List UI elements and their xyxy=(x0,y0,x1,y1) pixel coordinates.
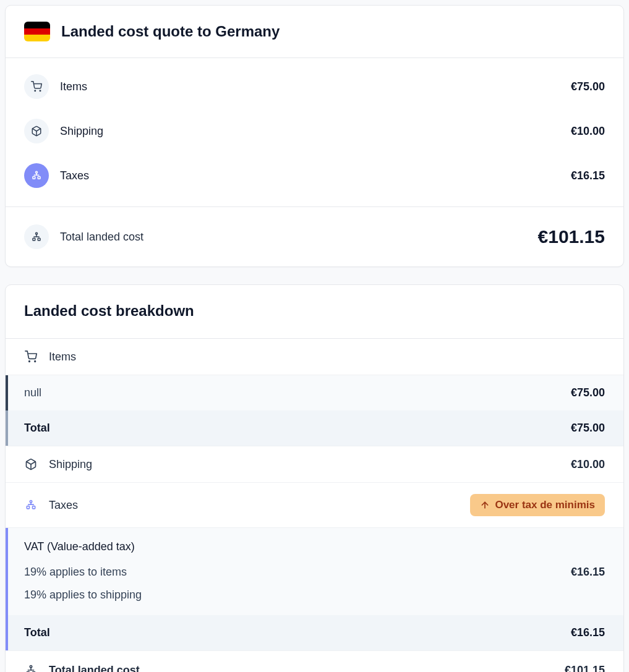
breakdown-grand-total: Total landed cost €101.15 xyxy=(6,650,623,672)
vat-line-label: 19% applies to items xyxy=(24,566,571,579)
summary-row-shipping: Shipping €10.00 xyxy=(24,109,605,153)
grand-total-label: Total landed cost xyxy=(49,664,554,673)
svg-rect-5 xyxy=(38,177,40,179)
shipping-value: €10.00 xyxy=(571,125,605,138)
quote-header: Landed cost quote to Germany xyxy=(6,6,623,58)
taxes-total-row: Total €16.15 xyxy=(6,615,623,650)
breakdown-items-header: Items xyxy=(6,339,623,375)
cart-icon xyxy=(24,74,49,99)
total-value: €101.15 xyxy=(538,226,605,247)
summary-list: Items €75.00 Shipping €10.00 Taxes €16.1… xyxy=(6,58,623,207)
cart-icon xyxy=(24,350,38,364)
svg-rect-14 xyxy=(33,506,35,509)
germany-flag-icon xyxy=(24,22,50,41)
items-value: €75.00 xyxy=(571,80,605,93)
badge-text: Over tax de minimis xyxy=(495,499,595,511)
breakdown-card: Landed cost breakdown Items null €75.00 … xyxy=(5,284,624,672)
shipping-section-value: €10.00 xyxy=(571,458,605,471)
shipping-label: Shipping xyxy=(60,125,571,138)
taxes-section-label: Taxes xyxy=(49,499,459,512)
vat-line-label: 19% applies to shipping xyxy=(24,589,605,602)
svg-rect-13 xyxy=(27,506,29,509)
vat-line-shipping: 19% applies to shipping xyxy=(24,584,605,606)
svg-rect-8 xyxy=(38,238,40,240)
package-icon xyxy=(24,119,49,143)
item-line-row: null €75.00 xyxy=(6,375,623,410)
summary-row-items: Items €75.00 xyxy=(24,64,605,109)
taxes-label: Taxes xyxy=(60,169,571,182)
breakdown-taxes-header: Taxes Over tax de minimis xyxy=(6,483,623,528)
svg-point-0 xyxy=(35,90,36,91)
vat-line-value: €16.15 xyxy=(571,566,605,579)
item-line-label: null xyxy=(24,386,571,399)
breakdown-title: Landed cost breakdown xyxy=(24,302,605,320)
vat-block: VAT (Value-added tax) 19% applies to ite… xyxy=(6,528,623,615)
grand-total-value: €101.15 xyxy=(565,664,605,673)
hierarchy-icon xyxy=(24,663,38,672)
package-icon xyxy=(24,457,38,471)
svg-rect-4 xyxy=(33,177,35,179)
quote-summary-card: Landed cost quote to Germany Items €75.0… xyxy=(5,5,624,267)
svg-point-10 xyxy=(35,361,36,362)
items-total-row: Total €75.00 xyxy=(6,410,623,446)
summary-total-row: Total landed cost €101.15 xyxy=(6,207,623,266)
shipping-section-label: Shipping xyxy=(49,458,560,471)
taxes-total-label: Total xyxy=(24,626,571,639)
breakdown-shipping-header: Shipping €10.00 xyxy=(6,446,623,483)
hierarchy-icon xyxy=(24,224,49,249)
svg-rect-7 xyxy=(33,238,35,240)
breakdown-header: Landed cost breakdown xyxy=(6,285,623,339)
vat-title: VAT (Value-added tax) xyxy=(24,537,605,561)
taxes-icon xyxy=(24,498,38,512)
over-de-minimis-badge: Over tax de minimis xyxy=(470,494,605,516)
taxes-total-value: €16.15 xyxy=(571,626,605,639)
items-total-value: €75.00 xyxy=(571,422,605,435)
vat-line-items: 19% applies to items €16.15 xyxy=(24,561,605,584)
taxes-icon xyxy=(24,163,49,188)
items-total-label: Total xyxy=(24,422,571,435)
summary-row-taxes: Taxes €16.15 xyxy=(24,153,605,198)
svg-point-1 xyxy=(40,90,41,91)
item-line-value: €75.00 xyxy=(571,386,605,399)
items-label: Items xyxy=(60,80,571,93)
items-section-label: Items xyxy=(49,351,605,364)
total-label: Total landed cost xyxy=(60,231,538,244)
quote-title: Landed cost quote to Germany xyxy=(61,23,280,40)
svg-point-9 xyxy=(29,361,30,362)
arrow-up-icon xyxy=(480,500,490,510)
taxes-value: €16.15 xyxy=(571,169,605,182)
